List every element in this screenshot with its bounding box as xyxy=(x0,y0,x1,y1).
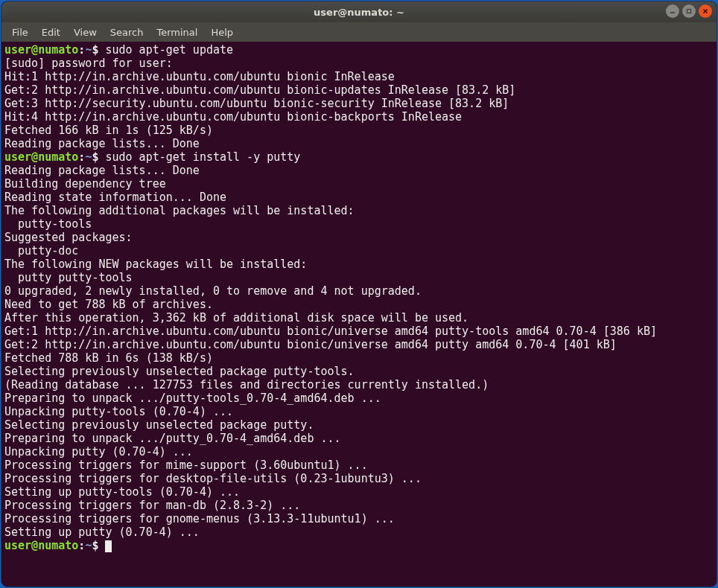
output-line: putty putty-tools xyxy=(4,271,714,284)
minimize-icon xyxy=(670,8,676,14)
output-line: Fetched 788 kB in 6s (138 kB/s) xyxy=(4,351,714,365)
maximize-button[interactable] xyxy=(682,4,696,18)
menu-terminal[interactable]: Terminal xyxy=(150,25,203,40)
output-line: [sudo] password for user: xyxy=(4,57,714,70)
prompt-dollar: $ xyxy=(92,43,105,57)
output-line: Processing triggers for mime-support (3.… xyxy=(4,458,714,472)
svg-rect-1 xyxy=(687,10,691,13)
output-line: Building dependency tree xyxy=(4,177,714,191)
prompt-userhost: user@numato xyxy=(4,539,78,552)
command-2: sudo apt-get install -y putty xyxy=(105,150,300,164)
prompt-userhost: user@numato xyxy=(4,43,78,57)
prompt-userhost: user@numato xyxy=(4,150,78,164)
terminal-window: user@numato: ~ File Edit View Search Ter… xyxy=(1,1,717,587)
menu-search[interactable]: Search xyxy=(104,25,150,40)
menu-view[interactable]: View xyxy=(68,25,103,40)
cursor xyxy=(105,540,112,552)
output-line: Processing triggers for gnome-menus (3.1… xyxy=(4,512,714,525)
output-line: The following NEW packages will be insta… xyxy=(4,258,714,271)
output-line: Hit:1 http://in.archive.ubuntu.com/ubunt… xyxy=(4,70,714,83)
prompt-dollar: $ xyxy=(92,539,105,552)
output-line: Fetched 166 kB in 1s (125 kB/s) xyxy=(4,124,714,137)
output-line: Processing triggers for desktop-file-uti… xyxy=(4,472,714,485)
output-line: putty-doc xyxy=(4,244,714,258)
output-line: 0 upgraded, 2 newly installed, 0 to remo… xyxy=(4,284,714,298)
titlebar[interactable]: user@numato: ~ xyxy=(1,1,717,22)
menubar: File Edit View Search Terminal Help xyxy=(1,22,717,42)
command-1: sudo apt-get update xyxy=(105,43,233,57)
output-line: Selecting previously unselected package … xyxy=(4,365,714,378)
output-line: Preparing to unpack .../putty-tools_0.70… xyxy=(4,392,714,405)
output-line: Get:1 http://in.archive.ubuntu.com/ubunt… xyxy=(4,325,714,338)
output-line: Unpacking putty-tools (0.70-4) ... xyxy=(4,405,714,418)
close-icon xyxy=(702,8,708,14)
menu-edit[interactable]: Edit xyxy=(36,25,66,40)
output-line: Reading package lists... Done xyxy=(4,137,714,150)
output-line: Get:3 http://security.ubuntu.com/ubuntu … xyxy=(4,97,714,110)
output-line: Preparing to unpack .../putty_0.70-4_amd… xyxy=(4,432,714,445)
output-line: Get:2 http://in.archive.ubuntu.com/ubunt… xyxy=(4,338,714,351)
output-line: (Reading database ... 127753 files and d… xyxy=(4,378,714,392)
close-button[interactable] xyxy=(699,4,712,18)
output-line: Setting up putty-tools (0.70-4) ... xyxy=(4,485,714,499)
output-line: Unpacking putty (0.70-4) ... xyxy=(4,445,714,458)
prompt-dollar: $ xyxy=(92,150,105,164)
output-line: Setting up putty (0.70-4) ... xyxy=(4,525,714,539)
output-line: Selecting previously unselected package … xyxy=(4,418,714,432)
maximize-icon xyxy=(686,8,692,14)
output-line: The following additional packages will b… xyxy=(4,204,714,217)
output-line: Need to get 788 kB of archives. xyxy=(4,298,714,311)
minimize-button[interactable] xyxy=(666,4,679,18)
output-line: Hit:4 http://in.archive.ubuntu.com/ubunt… xyxy=(4,110,714,124)
window-controls xyxy=(666,4,712,18)
output-line: Processing triggers for man-db (2.8.3-2)… xyxy=(4,499,714,512)
menu-file[interactable]: File xyxy=(6,25,34,40)
menu-help[interactable]: Help xyxy=(205,25,239,40)
output-line: Get:2 http://in.archive.ubuntu.com/ubunt… xyxy=(4,83,714,97)
output-line: After this operation, 3,362 kB of additi… xyxy=(4,311,714,325)
output-line: Suggested packages: xyxy=(4,231,714,244)
output-line: Reading package lists... Done xyxy=(4,164,714,177)
output-line: putty-tools xyxy=(4,217,714,231)
output-line: Reading state information... Done xyxy=(4,191,714,204)
terminal-output[interactable]: user@numato:~$ sudo apt-get update[sudo]… xyxy=(1,42,717,587)
window-title: user@numato: ~ xyxy=(314,7,404,18)
